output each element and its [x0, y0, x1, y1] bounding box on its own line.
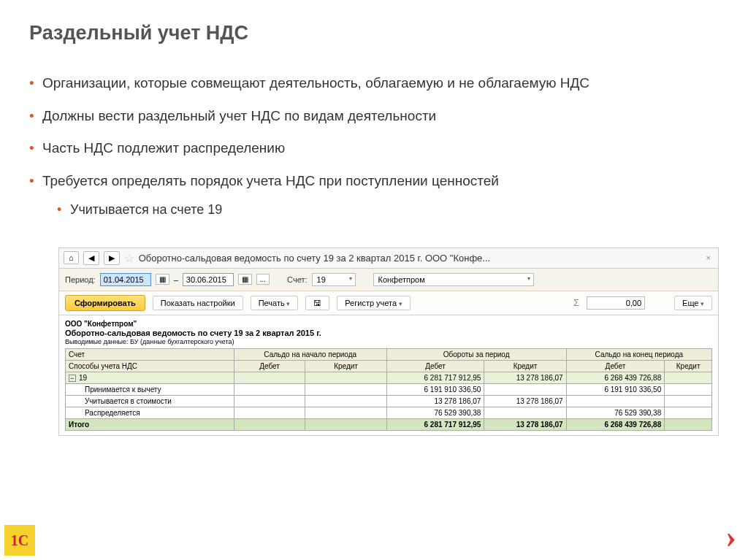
nav-fwd-icon[interactable]: ▶	[104, 251, 120, 265]
period-more-button[interactable]: ...	[256, 274, 270, 285]
col-closing: Сальдо на конец периода	[566, 348, 711, 360]
table-row[interactable]: Учитывается в стоимости13 278 186,0713 2…	[66, 395, 712, 407]
col-d3: Дебет	[566, 360, 665, 372]
sigma-icon: Σ	[573, 297, 579, 308]
period-label: Период:	[65, 275, 96, 284]
bullet-2: Должны вести раздельный учет НДС по вида…	[29, 107, 719, 126]
collapse-icon[interactable]: −	[69, 375, 76, 382]
table-row[interactable]: Итого6 281 717 912,9513 278 186,076 268 …	[66, 418, 712, 430]
more-button[interactable]: Еще	[674, 296, 712, 310]
slide-title: Раздельный учет НДС	[29, 22, 719, 45]
next-chevron-icon[interactable]: ›	[725, 518, 736, 556]
col-k2: Кредит	[484, 360, 566, 372]
col-vat-method: Способы учета НДС	[66, 360, 234, 372]
close-icon[interactable]: ×	[703, 253, 714, 262]
sum-input[interactable]: 0,00	[587, 296, 645, 310]
col-k3: Кредит	[665, 360, 712, 372]
report-title: Оборотно-сальдовая ведомость по счету 19…	[65, 329, 712, 337]
col-k1: Кредит	[305, 360, 386, 372]
print-button[interactable]: Печать	[251, 296, 299, 310]
filter-bar: Период: 01.04.2015 ▦ – 30.06.2015 ▦ ... …	[59, 269, 718, 291]
save-file-icon[interactable]: 🖫	[305, 296, 329, 310]
document-title: Оборотно-сальдовая ведомость по счету 19…	[139, 253, 699, 264]
col-opening: Сальдо на начало периода	[234, 348, 386, 360]
bullet-1: Организации, которые совмещают деятельно…	[29, 74, 719, 93]
date-to-input[interactable]: 30.06.2015	[183, 273, 234, 286]
report-area: ООО "Конфетпром" Оборотно-сальдовая ведо…	[59, 315, 718, 435]
date-from-input[interactable]: 01.04.2015	[100, 273, 151, 286]
toolbar: Сформировать Показать настройки Печать 🖫…	[59, 291, 718, 315]
report-org: ООО "Конфетпром"	[65, 320, 712, 328]
app-window: ⌂ ◀ ▶ ☆ Оборотно-сальдовая ведомость по …	[58, 248, 719, 436]
col-account: Счет	[66, 348, 234, 360]
sub-bullet: Учитывается на счете 19	[57, 201, 719, 219]
col-d2: Дебет	[386, 360, 484, 372]
nav-back-icon[interactable]: ◀	[83, 251, 99, 265]
calendar-to-icon[interactable]: ▦	[238, 274, 252, 285]
balance-table: Счет Сальдо на начало периода Обороты за…	[65, 348, 712, 431]
bullet-list: Организации, которые совмещают деятельно…	[29, 74, 719, 220]
account-label: Счет:	[287, 275, 307, 284]
star-icon[interactable]: ☆	[124, 251, 134, 265]
navbar: ⌂ ◀ ▶ ☆ Оборотно-сальдовая ведомость по …	[59, 248, 718, 269]
col-d1: Дебет	[234, 360, 305, 372]
logo-1c-icon: 1C	[4, 525, 35, 556]
col-turnover: Обороты за период	[386, 348, 566, 360]
form-button[interactable]: Сформировать	[65, 295, 145, 311]
table-row[interactable]: Распределяется76 529 390,3876 529 390,38	[66, 407, 712, 418]
org-select[interactable]: Конфетпром	[373, 273, 534, 286]
register-button[interactable]: Регистр учета	[337, 296, 410, 310]
report-note: Выводимые данные: БУ (данные бухгалтерск…	[65, 338, 712, 345]
table-row[interactable]: −196 281 717 912,9513 278 186,076 268 43…	[66, 372, 712, 383]
account-select[interactable]: 19	[312, 273, 356, 286]
calendar-from-icon[interactable]: ▦	[156, 274, 169, 285]
bullet-4: Требуется определять порядок учета НДС п…	[29, 172, 719, 220]
table-row[interactable]: Принимается к вычету6 191 910 336,506 19…	[66, 383, 712, 395]
bullet-3: Часть НДС подлежит распределению	[29, 139, 719, 158]
home-button[interactable]: ⌂	[64, 251, 79, 264]
show-settings-button[interactable]: Показать настройки	[153, 296, 243, 310]
